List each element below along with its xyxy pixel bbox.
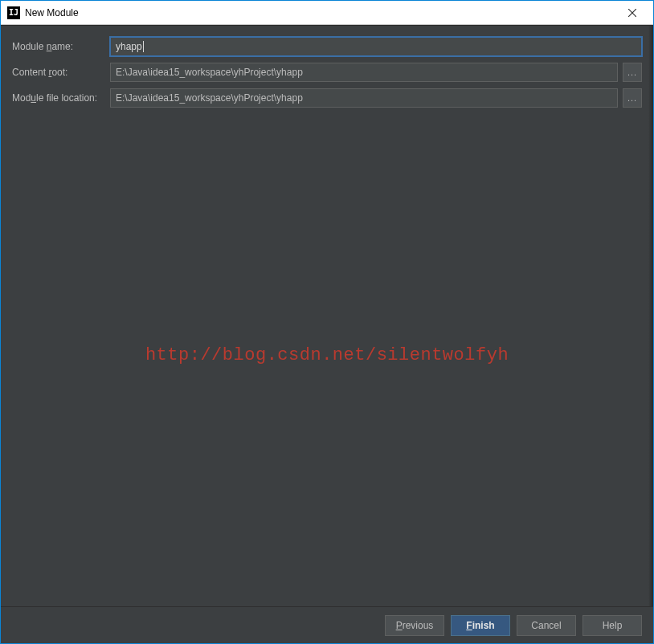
ellipsis-icon: ... <box>627 67 637 77</box>
finish-button[interactable]: Finish <box>451 615 510 636</box>
dialog-body: Module name: yhapp Content root: E:\Java… <box>1 25 653 606</box>
cancel-button[interactable]: Cancel <box>517 615 576 636</box>
content-root-input[interactable]: E:\Java\idea15_workspace\yhProject\yhapp <box>110 63 618 82</box>
label-content-root: Content root: <box>12 67 110 78</box>
close-button[interactable] <box>616 2 648 24</box>
module-file-location-input[interactable]: E:\Java\idea15_workspace\yhProject\yhapp <box>110 88 618 108</box>
module-name-input[interactable]: yhapp <box>110 37 642 56</box>
dialog-footer: Previous Finish Cancel Help <box>1 606 653 643</box>
previous-button[interactable]: Previous <box>385 615 444 636</box>
module-file-location-browse-button[interactable]: ... <box>623 88 642 108</box>
help-button[interactable]: Help <box>582 615 642 636</box>
label-module-name: Module name: <box>12 41 110 52</box>
right-edge-shadow <box>648 26 653 606</box>
titlebar: IJ New Module <box>1 1 653 25</box>
row-content-root: Content root: E:\Java\idea15_workspace\y… <box>12 63 642 82</box>
intellij-icon: IJ <box>7 6 20 19</box>
form-area: Module name: yhapp Content root: E:\Java… <box>1 26 653 108</box>
label-module-file-location: Module file location: <box>12 92 110 104</box>
new-module-dialog: IJ New Module Module name: yhapp Content… <box>0 0 654 644</box>
row-module-name: Module name: yhapp <box>12 37 642 56</box>
ellipsis-icon: ... <box>627 93 637 103</box>
close-icon <box>628 9 636 17</box>
content-root-browse-button[interactable]: ... <box>623 63 642 82</box>
window-title: New Module <box>25 7 616 18</box>
text-caret <box>143 41 144 52</box>
watermark-text: http://blog.csdn.net/silentwolfyh <box>1 345 653 365</box>
row-module-file-location: Module file location: E:\Java\idea15_wor… <box>12 88 642 108</box>
